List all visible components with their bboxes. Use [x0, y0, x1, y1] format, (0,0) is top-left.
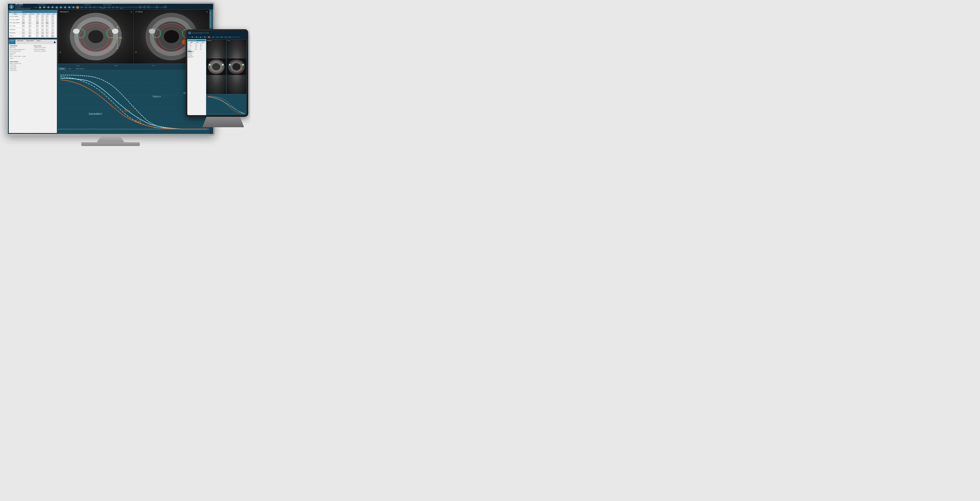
svg-point-6: [52, 6, 53, 8]
svg-point-48: [73, 29, 80, 34]
tablet-tab-patient[interactable]: Patient: [188, 51, 191, 52]
cell-dmean: 52,953,0: [28, 15, 36, 18]
cell-organ: CTV_High_SNAB: [9, 21, 22, 24]
tablet-planning-ct: Spring CT: [206, 39, 226, 94]
tab-registration[interactable]: Registration: [16, 40, 25, 44]
cell-vs: 52,953,0: [41, 15, 46, 18]
table-row: PTV_45_SNAB 52,952,0 52,953,0 52,952,0 5…: [9, 15, 57, 18]
svg-text:1 Year: 1 Year: [156, 6, 158, 6]
tool-cursor[interactable]: Cursor: [74, 65, 81, 67]
marker-r-right: R: [135, 51, 137, 53]
svg-point-91: [208, 64, 211, 66]
svg-text:months: months: [147, 6, 150, 6]
cell-v90-highlight: 46,650,0: [36, 21, 41, 24]
svg-point-9: [64, 6, 66, 8]
ct-svg-left: mm: [58, 10, 134, 64]
tablet-timeline: [187, 35, 247, 39]
tab-segmentation[interactable]: Segmentation: [25, 40, 35, 44]
dvh-tab-dvh[interactable]: DVH: [66, 67, 74, 70]
col-plany: Plan Y: [51, 13, 57, 15]
tablet-timeline-svg: [188, 36, 246, 38]
tablet-cell: CTV_Low: [188, 45, 195, 47]
col-organ: Organ: [9, 13, 22, 15]
cell-planx: 63,164,0: [46, 18, 51, 21]
treatment-text: Main plan 2Gy -> 60Gy primary area + nec…: [10, 47, 32, 59]
cell-plany: 52,953,0: [51, 15, 57, 18]
cell-plany: 47,146,0: [51, 28, 57, 31]
left-panel: Patient Treatment Organ Dmax▲ Dmean▲ V90…: [8, 10, 58, 134]
tool-pan[interactable]: Pan: [151, 65, 156, 67]
cell-planx: 38,939,0: [46, 24, 51, 27]
svg-point-50: [88, 30, 103, 43]
tablet-cell: 59,7: [200, 48, 205, 50]
patient-treatment-section: Patient Treatment Organ Dmax▲ Dmean▲ V90…: [9, 10, 57, 38]
intreatment-label: In Treatment: [84, 4, 91, 5]
dvh-tab-trend[interactable]: Trend: [58, 67, 66, 70]
dose-points-title: DOSE POINTS: [10, 61, 32, 62]
tablet-table-header: Patient Treatment: [188, 40, 206, 41]
cell-dmax: 45,746,0: [22, 28, 28, 31]
svg-text:60 Gy: 60 Gy: [120, 8, 123, 9]
cell-dmax-highlight: 46,650,0: [22, 21, 28, 24]
tablet-tab-reg[interactable]: Reg: [191, 51, 194, 52]
marker-r-left: R: [60, 51, 61, 53]
tab-global[interactable]: Global: [35, 40, 42, 44]
svg-point-75: [196, 37, 197, 38]
svg-point-92: [222, 64, 224, 66]
cell-v90: 63,164,0: [36, 18, 41, 21]
tablet-cell: 52,9: [195, 43, 200, 45]
tab-patient[interactable]: Patient: [9, 40, 16, 44]
marker-a-left: A: [131, 11, 132, 13]
ct-bg-left: mm: [58, 10, 134, 64]
bottom-panel-tabs: Patient Registration Segmentation Global…: [9, 40, 57, 44]
cell-organ: CTV_Low_SNAB: [9, 18, 22, 21]
timeline-track: 1 week: [34, 6, 211, 9]
table-row: CTV_Low_SNAB 63,164,0 53,855,0 63,164,0 …: [9, 18, 57, 21]
tablet-36gy-ct: 7 Gy: [226, 39, 247, 94]
cell-dmean: 47,146,0: [28, 28, 36, 31]
week-label: 1 week: [34, 7, 37, 8]
tablet-cell: 59,7: [195, 48, 200, 50]
treatment-table: Organ Dmax▲ Dmean▲ V90▲ VS▲ Plan X Plan …: [9, 13, 57, 38]
tablet-treatment-table: Organ Dmax Plan X PTV_4552,952,0 CTV_Low…: [188, 41, 206, 50]
cell-planx-highlight: 46,650,0: [46, 21, 51, 24]
table-row: Myelon 59,760,0 61,460,0 59,760,0 61,460…: [9, 34, 57, 38]
cell-dmax: 62,362,0: [22, 31, 28, 34]
tablet-patient-text: TREATMENT Main plan 2Gy→60Gy DOSE POINTS…: [188, 52, 206, 58]
svg-point-5: [48, 6, 49, 8]
ct-36gy-label: CT 36 Gy: [135, 11, 143, 13]
cell-organ: Mandibula: [9, 31, 22, 34]
tablet-cell-highlight: 46,6: [200, 47, 205, 48]
cell-plany-highlight: 61,460,0: [51, 34, 57, 38]
svg-point-1: [10, 7, 13, 8]
svg-point-8: [60, 6, 62, 8]
cell-dmean: 51,650,0: [28, 21, 36, 24]
dose-points-text: CBCT 1 12/2/14 2Gy 2 17/2 8Gy 3 27/2 24G…: [10, 62, 32, 72]
tablet-cell-highlight: 46,6: [195, 47, 200, 48]
present-data-title: Present Data: [34, 45, 56, 47]
panel-collapse-btn[interactable]: ▲: [52, 40, 57, 44]
tool-zoom[interactable]: Zoom: [113, 65, 119, 67]
tablet-cell: PTV_45: [188, 43, 195, 45]
tablet-dvh-svg: [206, 94, 247, 115]
svg-point-0: [11, 6, 12, 7]
tablet-cell-highlight: CTV_Hi: [188, 47, 195, 48]
col-dmean: Dmean▲: [28, 13, 36, 15]
svg-point-11: [73, 6, 74, 8]
cell-v90: 38,939,0: [36, 24, 41, 27]
svg-point-102: [240, 68, 242, 70]
tablet-bezel: Jan Smits #564-6469819 | 12-5-1980: [186, 29, 248, 117]
svg-point-49: [112, 29, 118, 34]
dvh-tab-oar[interactable]: OAR Volume: [74, 67, 86, 70]
timeline-section-labels: Pre-Treatment In Treatment Post-Treatmen…: [34, 4, 211, 5]
tab-registration[interactable]: REGISTRATION: [210, 10, 213, 29]
marker-a-right: A: [207, 11, 208, 13]
svg-text:months: months: [143, 6, 146, 6]
cell-v90: 52,952,0: [36, 15, 41, 18]
cell-vs: 51,650,0: [41, 21, 46, 24]
cell-vs: 53,855,0: [41, 18, 46, 21]
tablet-bottom-tabs: Patient Reg: [188, 51, 206, 52]
cell-dmean: 40,939,0: [28, 24, 36, 27]
tablet-avatar: [188, 32, 191, 34]
tablet-dvh: [206, 94, 247, 115]
